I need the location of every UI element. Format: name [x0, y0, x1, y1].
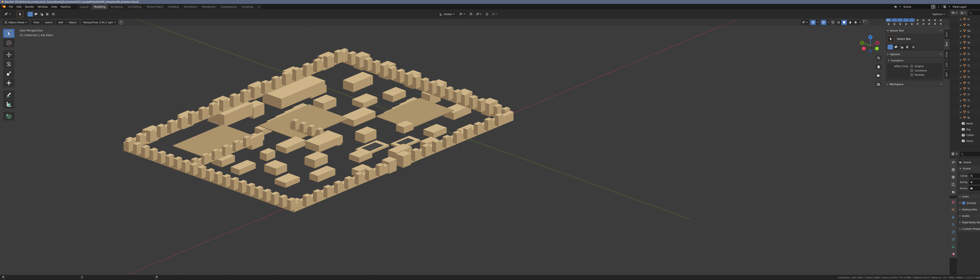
expand-caret-icon[interactable]: ▶: [960, 41, 962, 44]
toggle-column[interactable]: ×: [903, 18, 909, 26]
snap-target-dropdown[interactable]: [474, 12, 483, 17]
expand-caret-icon[interactable]: ▶: [960, 47, 962, 49]
blender-logo-icon[interactable]: [2, 5, 6, 8]
outliner-object-row[interactable]: ▶Tl: [950, 86, 980, 92]
outliner-collection-row[interactable]: Mesh: [950, 121, 980, 127]
tab-output-icon[interactable]: [950, 173, 957, 181]
expand-caret-icon[interactable]: ▶: [960, 59, 962, 61]
show-gizmo-toggle[interactable]: [810, 20, 816, 25]
perspective-toggle-button[interactable]: [875, 81, 881, 87]
shading-dropdown[interactable]: [859, 20, 862, 25]
scene-name[interactable]: Scene: [901, 5, 931, 8]
select-mode-subtract[interactable]: [39, 12, 45, 17]
outliner-object-row[interactable]: ▶U: [950, 103, 980, 109]
tool-move[interactable]: [3, 50, 14, 59]
exclude-toggle[interactable]: ×: [911, 22, 913, 26]
pan-button[interactable]: [875, 63, 881, 70]
toggle-column[interactable]: ×: [886, 18, 892, 26]
expand-caret-icon[interactable]: ▶: [960, 111, 962, 113]
expand-caret-icon[interactable]: ▶: [960, 18, 962, 21]
background-scene-field[interactable]: [969, 180, 980, 184]
collection-bar[interactable]: [886, 18, 891, 22]
viewport-menu-object[interactable]: Object: [67, 20, 79, 25]
snap-toggle[interactable]: [468, 12, 474, 17]
workspace-tab-shading[interactable]: Shading: [166, 4, 181, 9]
exclude-toggle[interactable]: ×: [928, 18, 931, 22]
retopoflow-menu[interactable]: RetopoFlow 3.00.2 (git): [81, 20, 118, 25]
active-clip-field[interactable]: [969, 186, 980, 191]
menu-edit[interactable]: Edit: [15, 5, 23, 9]
sidebar-mode-subtract[interactable]: [899, 44, 905, 49]
workspace-tab-uv-editing[interactable]: UV Editing: [126, 4, 144, 9]
tab-tool-icon[interactable]: [950, 158, 957, 166]
exclude-toggle[interactable]: ×: [934, 22, 936, 26]
outliner-display-mode-dropdown[interactable]: [951, 11, 958, 15]
tab-modifiers-icon[interactable]: [950, 213, 957, 221]
toggle-column[interactable]: ×: [897, 18, 903, 26]
tab-physics-icon[interactable]: [950, 228, 957, 236]
transform-subpanel-header[interactable]: Transform: [887, 58, 942, 63]
exclude-toggle[interactable]: ×: [928, 22, 931, 26]
outliner-filter-dropdown[interactable]: [959, 11, 967, 15]
outliner-object-row[interactable]: ▶Sa: [950, 28, 980, 34]
menu-help[interactable]: Help: [49, 5, 59, 9]
affect-parents-checkbox[interactable]: [910, 73, 913, 76]
viewport-canvas[interactable]: [0, 9, 950, 275]
properties-search-input[interactable]: [960, 152, 980, 157]
menu-pipeline[interactable]: Pipeline: [59, 5, 72, 9]
select-mode-intersect[interactable]: [50, 12, 56, 17]
outliner-object-row[interactable]: ▶Pl: [950, 22, 980, 28]
panel-rigid-body-worl[interactable]: Rigid Body Worl: [958, 220, 980, 225]
workspace-tab-scripting[interactable]: Scripting: [239, 4, 256, 9]
toggle-column[interactable]: ×: [909, 18, 915, 26]
expand-caret-icon[interactable]: ▶: [960, 30, 962, 32]
shading-solid[interactable]: [842, 20, 847, 25]
select-mode-set[interactable]: [27, 12, 33, 17]
scene-selector[interactable]: Scene ×: [894, 4, 941, 9]
outliner-object-row[interactable]: ▶Tl: [950, 63, 980, 69]
gizmo-dropdown[interactable]: [816, 20, 819, 25]
exclude-toggle[interactable]: ×: [916, 18, 919, 22]
workspace-tab-rendering[interactable]: Rendering: [200, 4, 218, 9]
expand-caret-icon[interactable]: ▶: [960, 117, 962, 119]
outliner-object-row[interactable]: ▶Ta: [950, 40, 980, 45]
affect-locations-checkbox[interactable]: [910, 69, 913, 72]
tab-scene-icon[interactable]: [950, 188, 957, 196]
shading-material[interactable]: [847, 20, 853, 25]
mode-dropdown[interactable]: Object Mode: [3, 20, 29, 25]
outliner-object-row[interactable]: ▶W: [950, 115, 980, 121]
tab-view-layer-icon[interactable]: [950, 181, 957, 188]
sidebar-tab-item[interactable]: Item: [944, 30, 950, 39]
viewport-menu-select[interactable]: Select: [43, 20, 55, 25]
active-tool-icon-button[interactable]: [17, 11, 24, 17]
panel-grip-icon[interactable]: [939, 54, 942, 55]
options-dropdown[interactable]: Options: [931, 11, 947, 17]
expand-caret-icon[interactable]: ▶: [960, 88, 962, 90]
expand-caret-icon[interactable]: ▶: [960, 70, 962, 73]
new-scene-button[interactable]: [931, 5, 936, 9]
collection-bar[interactable]: [909, 18, 915, 22]
panel-grip-icon[interactable]: [939, 83, 942, 85]
select-mode-invert[interactable]: [45, 12, 50, 17]
tool-select-box[interactable]: [3, 29, 14, 38]
panel-gravity[interactable]: Gravity: [958, 200, 980, 206]
outliner-object-row[interactable]: ▶Tl: [950, 51, 980, 57]
outliner-toggle-grid[interactable]: ×××××××××××××××: [886, 18, 944, 26]
menu-render[interactable]: Render: [23, 5, 36, 9]
view-layer-name[interactable]: View Layer: [951, 5, 980, 8]
workspace-tab-animation[interactable]: Animation: [181, 4, 199, 9]
gravity-checkbox[interactable]: [962, 201, 965, 204]
exclude-toggle[interactable]: ×: [940, 22, 942, 26]
add-workspace-button[interactable]: +: [256, 4, 262, 9]
editor-type-button[interactable]: [3, 11, 13, 17]
panel-audio[interactable]: Audio: [958, 213, 980, 219]
expand-caret-icon[interactable]: ▶: [960, 65, 962, 67]
viewport-3d[interactable]: Global: [0, 9, 950, 275]
unlink-scene-button[interactable]: ×: [936, 5, 940, 8]
expand-caret-icon[interactable]: ▶: [960, 36, 962, 38]
show-overlays-toggle[interactable]: [821, 20, 827, 25]
menu-file[interactable]: File: [7, 5, 15, 9]
proportional-falloff-dropdown[interactable]: [490, 12, 499, 17]
camera-field[interactable]: [969, 173, 980, 178]
workspace-tab-sculpting[interactable]: Sculpting: [108, 4, 125, 9]
